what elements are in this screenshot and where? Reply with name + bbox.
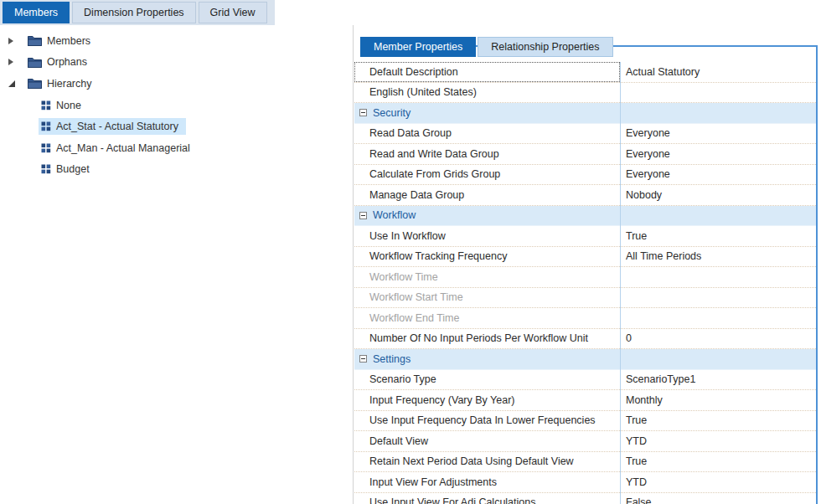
tree-item-act-man-actual-managerial[interactable]: Act_Man - Actual Managerial	[0, 137, 353, 159]
collapse-section-icon[interactable]	[359, 212, 367, 219]
property-value[interactable]: YTD	[620, 476, 816, 488]
property-row-manage-data-group[interactable]: Manage Data GroupNobody	[354, 185, 816, 206]
member-icon	[41, 164, 51, 174]
tree-item-orphans[interactable]: Orphans	[0, 52, 353, 74]
collapse-toggle-icon[interactable]	[8, 77, 25, 90]
expand-toggle-icon[interactable]	[8, 34, 25, 48]
property-label: Use Input Frequency Data In Lower Freque…	[354, 414, 620, 426]
tree-item-label: Hierarchy	[47, 78, 92, 90]
tree-item-content: Budget	[39, 161, 97, 177]
tree-item-content: Members	[25, 33, 98, 49]
main-tab-dimension-properties[interactable]: Dimension Properties	[72, 2, 196, 23]
property-value[interactable]: False	[620, 496, 816, 504]
grid-right-border	[816, 45, 818, 504]
member-icon	[41, 100, 51, 111]
property-row-retain-next-period-data-using-default-view[interactable]: Retain Next Period Data Using Default Vi…	[354, 452, 816, 473]
tree-item-label: Budget	[56, 163, 90, 175]
tree-item-content: None	[39, 97, 89, 114]
property-row-workflow-time[interactable]: Workflow Time	[354, 267, 816, 288]
tree-item-hierarchy[interactable]: Hierarchy	[0, 73, 353, 95]
expand-toggle-icon[interactable]	[8, 55, 25, 69]
property-value[interactable]: Nobody	[620, 189, 816, 201]
property-label: Use In Workflow	[354, 230, 620, 242]
property-row-workflow-end-time[interactable]: Workflow End Time	[354, 308, 816, 329]
main-tab-label: Dimension Properties	[84, 7, 184, 18]
property-value[interactable]: Monthly	[620, 394, 816, 406]
property-label: Workflow Start Time	[354, 291, 620, 303]
property-row-read-and-write-data-group[interactable]: Read and Write Data GroupEveryone	[354, 144, 816, 165]
main-tab-bar: MembersDimension PropertiesGrid View	[0, 0, 275, 25]
tree-item-budget[interactable]: Budget	[0, 159, 353, 181]
property-row-use-input-view-for-adj-calculations[interactable]: Use Input View For Adj CalculationsFalse	[354, 493, 816, 504]
property-grid: Default DescriptionActual StatutoryEngli…	[354, 62, 816, 504]
app-window: MembersDimension PropertiesGrid View Mem…	[0, 0, 821, 504]
tree-item-content: Act_Stat - Actual Statutory	[39, 118, 186, 135]
property-label: Workflow Time	[354, 271, 620, 283]
property-label: Retain Next Period Data Using Default Vi…	[354, 455, 620, 467]
folder-icon	[28, 57, 42, 68]
property-value[interactable]: True	[620, 414, 816, 426]
property-label: Default View	[354, 435, 620, 447]
tree-item-label: Orphans	[47, 56, 87, 68]
property-value[interactable]: True	[620, 230, 816, 242]
main-tab-label: Grid View	[210, 7, 256, 18]
tab-member-properties[interactable]: Member Properties	[360, 37, 476, 57]
property-row-read-data-group[interactable]: Read Data GroupEveryone	[354, 124, 816, 145]
properties-panel: Member PropertiesRelationship Properties…	[353, 25, 821, 504]
property-row-input-view-for-adjustments[interactable]: Input View For AdjustmentsYTD	[354, 472, 816, 493]
section-header-workflow[interactable]: Workflow	[354, 206, 816, 227]
property-label: Manage Data Group	[354, 189, 620, 201]
property-value[interactable]: True	[620, 455, 816, 467]
property-label: Input Frequency (Vary By Year)	[354, 394, 620, 406]
tab-label: Relationship Properties	[491, 41, 599, 53]
property-row-default-view[interactable]: Default ViewYTD	[354, 431, 816, 452]
main-tab-members[interactable]: Members	[3, 2, 70, 23]
property-value[interactable]: YTD	[620, 435, 816, 447]
column-divider[interactable]	[620, 62, 621, 504]
member-icon	[41, 143, 51, 153]
property-row-number-of-no-input-periods-per-workflow-unit[interactable]: Number Of No Input Periods Per Workflow …	[354, 329, 816, 350]
tree-item-act-stat-actual-statutory[interactable]: Act_Stat - Actual Statutory	[0, 116, 353, 137]
property-row-scenario-type[interactable]: Scenario TypeScenarioType1	[354, 370, 816, 391]
property-row-english-united-states[interactable]: English (United States)	[354, 83, 816, 104]
property-value[interactable]: 0	[620, 332, 816, 344]
section-header-security[interactable]: Security	[354, 103, 816, 124]
property-row-input-frequency-vary-by-year[interactable]: Input Frequency (Vary By Year)Monthly	[354, 390, 816, 411]
property-row-use-input-frequency-data-in-lower-frequencies[interactable]: Use Input Frequency Data In Lower Freque…	[354, 411, 816, 432]
tree-item-label: Members	[47, 35, 90, 47]
property-row-default-description[interactable]: Default DescriptionActual Statutory	[354, 62, 816, 83]
collapse-section-icon[interactable]	[359, 109, 367, 116]
property-value[interactable]: ScenarioType1	[620, 373, 816, 385]
collapse-section-icon[interactable]	[359, 355, 367, 363]
property-row-calculate-from-grids-group[interactable]: Calculate From Grids GroupEveryone	[354, 165, 816, 186]
property-value[interactable]: Everyone	[620, 148, 816, 160]
property-label: Number Of No Input Periods Per Workflow …	[354, 332, 620, 344]
tree-item-label: Act_Stat - Actual Statutory	[56, 121, 178, 132]
section-header-settings[interactable]: Settings	[354, 349, 816, 370]
tree-item-content: Act_Man - Actual Managerial	[39, 140, 198, 157]
tree-item-members[interactable]: Members	[0, 30, 353, 52]
properties-tab-bar: Member PropertiesRelationship Properties	[360, 37, 613, 57]
property-value[interactable]: Everyone	[620, 127, 816, 139]
property-label: Read and Write Data Group	[354, 148, 620, 160]
property-label: Workflow Tracking Frequency	[354, 250, 620, 262]
property-value[interactable]: All Time Periods	[620, 250, 816, 262]
property-row-workflow-start-time[interactable]: Workflow Start Time	[354, 288, 816, 309]
section-label: Workflow	[373, 209, 416, 221]
property-label: Read Data Group	[354, 127, 620, 139]
tab-relationship-properties[interactable]: Relationship Properties	[478, 37, 612, 57]
section-label: Settings	[373, 353, 410, 365]
main-tab-grid-view[interactable]: Grid View	[199, 2, 267, 23]
property-row-use-in-workflow[interactable]: Use In WorkflowTrue	[354, 226, 816, 247]
tab-label: Member Properties	[374, 41, 462, 53]
property-value[interactable]: Actual Statutory	[620, 66, 816, 78]
property-row-workflow-tracking-frequency[interactable]: Workflow Tracking FrequencyAll Time Peri…	[354, 247, 816, 268]
property-value[interactable]: Everyone	[620, 168, 816, 180]
folder-icon	[28, 78, 42, 89]
property-label: English (United States)	[354, 86, 620, 98]
tree-item-none[interactable]: None	[0, 95, 353, 116]
property-label: Calculate From Grids Group	[354, 168, 620, 180]
tree-item-content: Orphans	[25, 54, 95, 70]
property-label: Workflow End Time	[354, 312, 620, 324]
property-label: Default Description	[354, 66, 620, 78]
